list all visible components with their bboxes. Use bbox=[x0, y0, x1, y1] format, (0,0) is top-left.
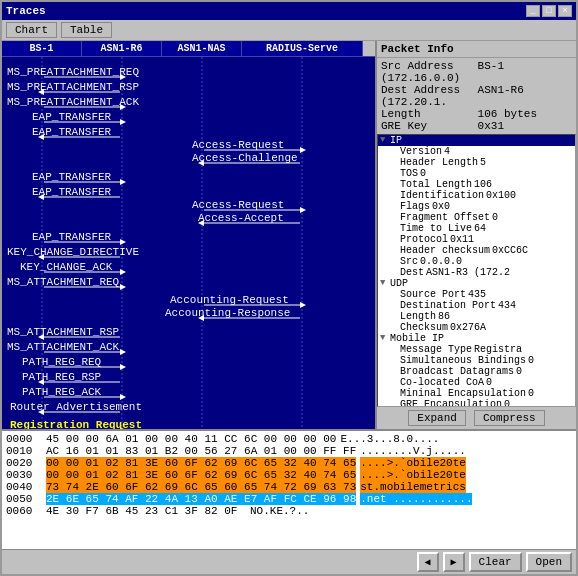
tree-label: Total Length bbox=[400, 179, 472, 190]
tree-label: UDP bbox=[390, 278, 408, 289]
expand-button[interactable]: Expand bbox=[408, 410, 466, 426]
hex-row: 002000 00 01 02 81 3E 60 6F 62 69 6C 65 … bbox=[6, 457, 572, 469]
tree-expand-icon[interactable]: ▼ bbox=[380, 135, 390, 145]
chart-button[interactable]: Chart bbox=[6, 22, 57, 38]
gre-key-row: GRE Key 0x31 bbox=[381, 120, 572, 132]
tree-item[interactable]: Length 86 bbox=[378, 311, 575, 322]
svg-marker-68 bbox=[120, 394, 126, 400]
svg-text:KEY_CHANGE_ACK: KEY_CHANGE_ACK bbox=[20, 261, 113, 273]
packet-tree[interactable]: ▼IP Version 4 Header Length 5 TOS 0 Tota… bbox=[377, 134, 576, 407]
close-button[interactable]: × bbox=[558, 5, 572, 17]
open-button[interactable]: Open bbox=[526, 552, 572, 572]
tree-label: Src bbox=[400, 256, 418, 267]
hex-bytes: AC 16 01 01 83 01 B2 00 56 27 6A 01 00 0… bbox=[46, 445, 356, 457]
nav-left-button[interactable]: ◀ bbox=[417, 552, 439, 572]
clear-button[interactable]: Clear bbox=[469, 552, 522, 572]
nav-right-button[interactable]: ▶ bbox=[443, 552, 465, 572]
tree-item[interactable]: ▼UDP bbox=[378, 278, 575, 289]
tree-value: 5 bbox=[480, 157, 486, 168]
tree-label: Checksum bbox=[400, 322, 448, 333]
hex-ascii: ........V.j..... bbox=[360, 445, 466, 457]
tree-label: Mobile IP bbox=[390, 333, 444, 344]
hex-address: 0020 bbox=[6, 457, 42, 469]
minimize-button[interactable]: _ bbox=[526, 5, 540, 17]
svg-text:MS_ATTACHMENT_REQ: MS_ATTACHMENT_REQ bbox=[7, 276, 120, 288]
tree-value: 106 bbox=[474, 179, 492, 190]
hex-bytes: 73 74 2E 60 6F 62 69 6C 65 60 65 74 72 6… bbox=[46, 481, 356, 493]
hex-bytes: 00 00 01 02 81 3E 60 6F 62 69 6C 65 32 4… bbox=[46, 457, 356, 469]
src-address-row: Src Address BS-1 (172.16.0.0) bbox=[381, 60, 572, 84]
tree-item[interactable]: Header checksum 0xCC6C bbox=[378, 245, 575, 256]
tree-item[interactable]: GRE Encapsulation 0 bbox=[378, 399, 575, 407]
tree-item[interactable]: Version 4 bbox=[378, 146, 575, 157]
tree-item[interactable]: Src 0.0.0.0 bbox=[378, 256, 575, 267]
tree-expand-icon[interactable]: ▼ bbox=[380, 278, 390, 288]
main-area: BS-1 ASN1-R6 ASN1-NAS RADIUS-Serve MS bbox=[2, 41, 576, 429]
svg-text:EAP_TRANSFER: EAP_TRANSFER bbox=[32, 126, 112, 138]
window-title: Traces bbox=[6, 5, 46, 17]
svg-text:Access-Request: Access-Request bbox=[192, 139, 284, 151]
dest-address-row: Dest Address ASN1-R6 (172.20.1. bbox=[381, 84, 572, 108]
tree-item[interactable]: ▼Mobile IP bbox=[378, 333, 575, 344]
hex-ascii: NO.KE.?.. bbox=[250, 505, 309, 517]
compress-button[interactable]: Compress bbox=[474, 410, 545, 426]
gre-key-value: 0x31 bbox=[478, 120, 504, 132]
tree-item[interactable]: Co-located CoA 0 bbox=[378, 377, 575, 388]
svg-text:Access-Accept: Access-Accept bbox=[198, 212, 284, 224]
svg-text:PATH_REG_ACK: PATH_REG_ACK bbox=[22, 386, 102, 398]
tree-item[interactable]: Mininal Encapsulation 0 bbox=[378, 388, 575, 399]
tree-item[interactable]: Fragment Offset 0 bbox=[378, 212, 575, 223]
hex-ascii: .net ............ bbox=[360, 493, 472, 505]
hex-content[interactable]: 000045 00 00 6A 01 00 00 40 11 CC 6C 00 … bbox=[2, 431, 576, 549]
toolbar: Chart Table bbox=[2, 20, 576, 41]
svg-text:MS_ATTACHMENT_RSP: MS_ATTACHMENT_RSP bbox=[7, 326, 120, 338]
maximize-button[interactable]: □ bbox=[542, 5, 556, 17]
tree-label: Destination Port bbox=[400, 300, 496, 311]
tree-item[interactable]: Message Type Registra bbox=[378, 344, 575, 355]
svg-marker-14 bbox=[120, 119, 126, 125]
tree-item[interactable]: TOS 0 bbox=[378, 168, 575, 179]
tree-item[interactable]: Simultaneous Bindings 0 bbox=[378, 355, 575, 366]
table-button[interactable]: Table bbox=[61, 22, 112, 38]
title-bar-buttons: _ □ × bbox=[526, 5, 572, 17]
tree-label: Co-located CoA bbox=[400, 377, 484, 388]
tree-label: Protocol bbox=[400, 234, 448, 245]
tree-label: GRE Encapsulation bbox=[400, 399, 502, 407]
svg-text:Registration Request: Registration Request bbox=[10, 419, 142, 429]
svg-text:EAP_TRANSFER: EAP_TRANSFER bbox=[32, 111, 112, 123]
tree-value: 0 bbox=[486, 377, 492, 388]
tree-item[interactable]: Dest ASN1-R3 (172.2 bbox=[378, 267, 575, 278]
svg-text:Accounting-Request: Accounting-Request bbox=[170, 294, 289, 306]
hex-row: 004073 74 2E 60 6F 62 69 6C 65 60 65 74 … bbox=[6, 481, 572, 493]
trace-content[interactable]: MS_PREATTACHMENT_REQ MS_PREATTACHMENT_RS… bbox=[2, 57, 375, 429]
tree-expand-icon[interactable]: ▼ bbox=[380, 333, 390, 343]
tree-label: Dest bbox=[400, 267, 424, 278]
svg-text:Access-Challenge: Access-Challenge bbox=[192, 152, 298, 164]
col-asn1nas: ASN1-NAS bbox=[162, 41, 242, 56]
tree-item[interactable]: Source Port 435 bbox=[378, 289, 575, 300]
tree-item[interactable]: Destination Port 434 bbox=[378, 300, 575, 311]
tree-value: 0x0 bbox=[432, 201, 450, 212]
tree-item[interactable]: Checksum 0x276A bbox=[378, 322, 575, 333]
tree-item[interactable]: Protocol 0x11 bbox=[378, 234, 575, 245]
hex-address: 0010 bbox=[6, 445, 42, 457]
hex-row: 003000 00 01 02 81 3E 60 6F 62 69 6C 65 … bbox=[6, 469, 572, 481]
tree-value: 435 bbox=[468, 289, 486, 300]
svg-marker-44 bbox=[120, 269, 126, 275]
tree-label: Message Type bbox=[400, 344, 472, 355]
tree-value: ASN1-R3 (172.2 bbox=[426, 267, 510, 278]
tree-item[interactable]: Broadcast Datagrams 0 bbox=[378, 366, 575, 377]
svg-marker-47 bbox=[120, 284, 126, 290]
tree-value: 0x11 bbox=[450, 234, 474, 245]
tree-item[interactable]: ▼IP bbox=[378, 135, 575, 146]
tree-item[interactable]: Total Length 106 bbox=[378, 179, 575, 190]
tree-value: 0.0.0.0 bbox=[420, 256, 462, 267]
tree-item[interactable]: Header Length 5 bbox=[378, 157, 575, 168]
svg-text:EAP_TRANSFER: EAP_TRANSFER bbox=[32, 231, 112, 243]
hex-address: 0050 bbox=[6, 493, 42, 505]
tree-item[interactable]: Time to Live 64 bbox=[378, 223, 575, 234]
tree-item[interactable]: Identification 0x100 bbox=[378, 190, 575, 201]
hex-ascii: E...3...8.0.... bbox=[340, 433, 439, 445]
tree-item[interactable]: Flags 0x0 bbox=[378, 201, 575, 212]
svg-text:Router Advertisement: Router Advertisement bbox=[10, 401, 142, 413]
